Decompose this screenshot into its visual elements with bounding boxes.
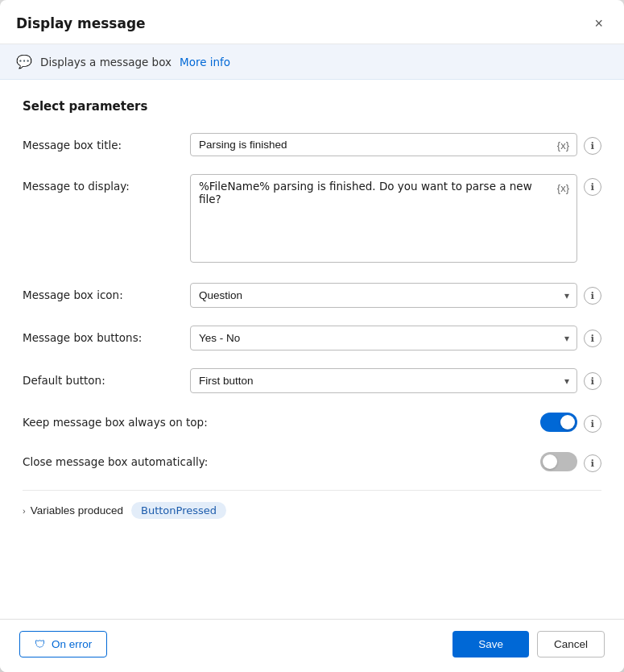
dialog-header: Display message × xyxy=(0,0,624,44)
dialog-body: Select parameters Message box title: {x}… xyxy=(0,80,624,619)
close-automatically-info-icon[interactable]: ℹ xyxy=(584,454,601,472)
message-box-icon-select[interactable]: Question Information Warning Error xyxy=(190,283,577,308)
message-box-icon-row: Message box icon: Question Information W… xyxy=(23,283,601,308)
close-automatically-toggle[interactable] xyxy=(540,452,577,471)
message-box-buttons-select[interactable]: Yes - No OK OK - Cancel Abort - Retry - … xyxy=(190,326,577,351)
message-to-display-row: Message to display: %FileName% parsing i… xyxy=(23,174,601,265)
shield-icon: 🛡 xyxy=(35,638,46,650)
message-to-display-textarea[interactable]: %FileName% parsing is finished. Do you w… xyxy=(190,174,577,263)
variables-label: Variables produced xyxy=(31,504,123,516)
on-error-button[interactable]: 🛡 On error xyxy=(19,631,107,657)
message-box-title-info-icon[interactable]: ℹ xyxy=(584,137,601,155)
default-button-select-wrap: First button Second button Third button … xyxy=(190,368,577,393)
info-banner: 💬 Displays a message box More info xyxy=(0,44,624,80)
variables-badge: ButtonPressed xyxy=(131,502,226,519)
save-button[interactable]: Save xyxy=(453,631,529,657)
default-button-label: Default button: xyxy=(23,368,184,387)
message-box-buttons-row: Message box buttons: Yes - No OK OK - Ca… xyxy=(23,326,601,351)
message-to-display-info-icon[interactable]: ℹ xyxy=(584,178,601,196)
default-button-control: First button Second button Third button … xyxy=(190,368,601,393)
message-box-title-input[interactable] xyxy=(190,133,577,156)
message-to-display-control: %FileName% parsing is finished. Do you w… xyxy=(190,174,601,265)
message-box-buttons-info-icon[interactable]: ℹ xyxy=(584,330,601,347)
message-box-title-variable-btn[interactable]: {x} xyxy=(556,137,571,152)
close-automatically-row: Close message box automatically: ℹ xyxy=(23,450,601,472)
keep-on-top-row: Keep message box always on top: ℹ xyxy=(23,411,601,433)
dialog-footer: 🛡 On error Save Cancel xyxy=(0,619,624,672)
close-button[interactable]: × xyxy=(589,15,608,32)
default-button-info-icon[interactable]: ℹ xyxy=(584,372,601,390)
message-box-buttons-label: Message box buttons: xyxy=(23,326,184,344)
message-box-title-row: Message box title: {x} ℹ xyxy=(23,133,601,156)
message-box-title-input-wrap: {x} xyxy=(190,133,577,156)
dialog: Display message × 💬 Displays a message b… xyxy=(0,0,624,672)
close-automatically-control: ℹ xyxy=(540,450,601,472)
message-box-title-control: {x} ℹ xyxy=(190,133,601,156)
banner-description: Displays a message box xyxy=(40,56,171,68)
cancel-button[interactable]: Cancel xyxy=(537,631,605,657)
footer-right: Save Cancel xyxy=(453,631,605,657)
message-box-icon-control: Question Information Warning Error ▾ ℹ xyxy=(190,283,601,308)
message-box-icon-label: Message box icon: xyxy=(23,283,184,301)
keep-on-top-info-icon[interactable]: ℹ xyxy=(584,415,601,433)
message-to-display-textarea-wrap: %FileName% parsing is finished. Do you w… xyxy=(190,174,577,265)
message-to-display-variable-btn[interactable]: {x} xyxy=(556,180,571,196)
section-title: Select parameters xyxy=(23,99,601,114)
message-box-buttons-select-wrap: Yes - No OK OK - Cancel Abort - Retry - … xyxy=(190,326,577,351)
message-box-buttons-control: Yes - No OK OK - Cancel Abort - Retry - … xyxy=(190,326,601,351)
on-error-label: On error xyxy=(52,638,92,650)
message-box-icon-info-icon[interactable]: ℹ xyxy=(584,287,601,305)
chevron-right-icon: › xyxy=(23,506,26,516)
dialog-title: Display message xyxy=(16,15,146,31)
variables-row: › Variables produced ButtonPressed xyxy=(23,490,601,527)
default-button-row: Default button: First button Second butt… xyxy=(23,368,601,393)
more-info-link[interactable]: More info xyxy=(180,56,230,68)
keep-on-top-label: Keep message box always on top: xyxy=(23,416,534,429)
message-box-title-label: Message box title: xyxy=(23,133,184,151)
keep-on-top-toggle[interactable] xyxy=(540,413,577,432)
variables-expand-button[interactable]: › Variables produced xyxy=(23,504,123,516)
keep-on-top-control: ℹ xyxy=(540,411,601,433)
message-to-display-label: Message to display: xyxy=(23,174,184,193)
message-box-icon-select-wrap: Question Information Warning Error ▾ xyxy=(190,283,577,308)
close-automatically-label: Close message box automatically: xyxy=(23,455,534,468)
chat-icon: 💬 xyxy=(16,54,32,69)
default-button-select[interactable]: First button Second button Third button xyxy=(190,368,577,393)
